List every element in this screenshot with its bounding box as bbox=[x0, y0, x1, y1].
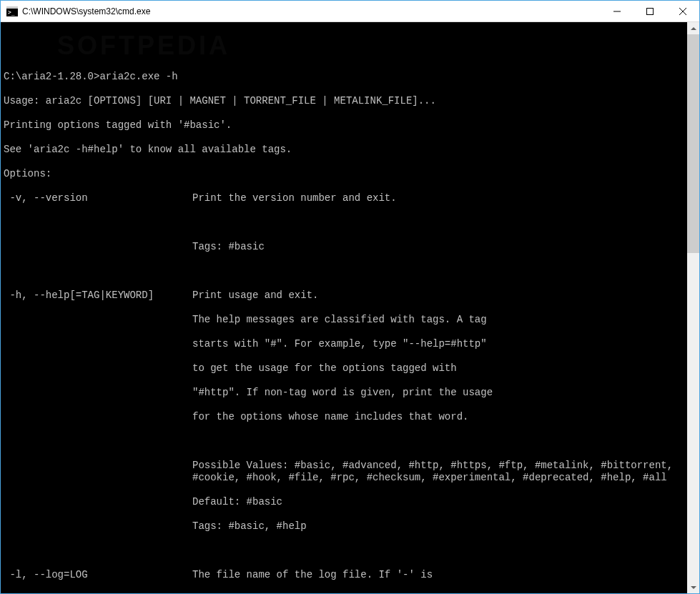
svg-rect-1 bbox=[6, 6, 18, 9]
scroll-down-button[interactable] bbox=[687, 581, 699, 593]
opt-help-pv: Possible Values: #basic, #advanced, #htt… bbox=[4, 460, 687, 484]
svg-marker-7 bbox=[691, 27, 696, 30]
svg-marker-8 bbox=[691, 586, 696, 589]
prompt-command: aria2c.exe -h bbox=[99, 71, 177, 82]
vertical-scrollbar[interactable] bbox=[687, 22, 699, 593]
opt-desc: for the options whose name includes that… bbox=[192, 411, 468, 423]
window-controls bbox=[601, 1, 699, 21]
opt-flag: -h, --help[=TAG|KEYWORD] bbox=[4, 289, 192, 302]
indent bbox=[4, 411, 192, 423]
indent bbox=[4, 338, 192, 350]
scroll-up-button[interactable] bbox=[687, 22, 699, 34]
opt-help-d3: to get the usage for the options tagged … bbox=[4, 362, 687, 375]
indent bbox=[4, 496, 192, 508]
opt-help: -h, --help[=TAG|KEYWORD]Print usage and … bbox=[4, 289, 687, 302]
opt-help-d4: "#http". If non-tag word is given, print… bbox=[4, 387, 687, 399]
opt-help-def: Default: #basic bbox=[4, 496, 687, 508]
usage-line: Usage: aria2c [OPTIONS] [URI | MAGNET | … bbox=[4, 95, 687, 107]
opt-desc: starts with "#". For example, type "--he… bbox=[192, 338, 487, 350]
blank-line bbox=[4, 217, 687, 229]
indent bbox=[4, 387, 192, 399]
scrollbar-thumb[interactable] bbox=[687, 34, 699, 253]
opt-desc: The file name of the log file. If '-' is bbox=[192, 569, 433, 581]
opt-tags: Tags: #basic, #help bbox=[192, 520, 307, 533]
svg-rect-4 bbox=[647, 8, 654, 14]
opt-desc: Print the version number and exit. bbox=[192, 192, 397, 204]
prompt-line: C:\aria2-1.28.0>aria2c.exe -h bbox=[4, 71, 687, 83]
indent bbox=[4, 314, 192, 326]
opt-help-tags: Tags: #basic, #help bbox=[4, 520, 687, 533]
maximize-icon bbox=[646, 8, 654, 15]
blank-line bbox=[4, 265, 687, 277]
indent bbox=[4, 520, 192, 533]
blank-line bbox=[4, 46, 687, 59]
terminal-output[interactable]: SOFTPEDIA C:\aria2-1.28.0>aria2c.exe -h … bbox=[1, 22, 687, 593]
window-title: C:\WINDOWS\system32\cmd.exe bbox=[22, 6, 601, 16]
indent bbox=[4, 241, 192, 253]
close-button[interactable] bbox=[666, 1, 699, 21]
maximize-button[interactable] bbox=[634, 1, 666, 21]
prompt-cwd: C:\aria2-1.28.0> bbox=[4, 71, 99, 82]
cmd-icon: >_ bbox=[6, 6, 18, 16]
opt-help-d2: starts with "#". For example, type "--he… bbox=[4, 338, 687, 350]
opt-pv: Possible Values: #basic, #advanced, #htt… bbox=[192, 460, 687, 484]
titlebar[interactable]: >_ C:\WINDOWS\system32\cmd.exe bbox=[1, 1, 699, 22]
printing-line: Printing options tagged with '#basic'. bbox=[4, 119, 687, 132]
cmd-window: >_ C:\WINDOWS\system32\cmd.exe SOFTPEDIA… bbox=[0, 0, 700, 594]
indent bbox=[4, 362, 192, 375]
opt-version: -v, --versionPrint the version number an… bbox=[4, 192, 687, 204]
opt-help-d1: The help messages are classified with ta… bbox=[4, 314, 687, 326]
minimize-button[interactable] bbox=[601, 1, 634, 21]
indent bbox=[4, 460, 192, 484]
chevron-down-icon bbox=[691, 586, 696, 589]
svg-text:>_: >_ bbox=[8, 9, 15, 16]
opt-log: -l, --log=LOGThe file name of the log fi… bbox=[4, 569, 687, 581]
minimize-icon bbox=[613, 8, 621, 15]
opt-flag: -l, --log=LOG bbox=[4, 569, 192, 581]
close-icon bbox=[679, 8, 686, 15]
opt-desc: to get the usage for the options tagged … bbox=[192, 362, 457, 375]
opt-desc: The help messages are classified with ta… bbox=[192, 314, 487, 326]
see-line: See 'aria2c -h#help' to know all availab… bbox=[4, 144, 687, 156]
opt-version-tags: Tags: #basic bbox=[4, 241, 687, 253]
scrollbar-track[interactable] bbox=[687, 34, 699, 581]
options-label: Options: bbox=[4, 168, 687, 180]
opt-def: Default: #basic bbox=[192, 496, 282, 508]
opt-flag: -v, --version bbox=[4, 192, 192, 204]
blank-line bbox=[4, 545, 687, 557]
opt-desc: Print usage and exit. bbox=[192, 289, 318, 302]
client-area: SOFTPEDIA C:\aria2-1.28.0>aria2c.exe -h … bbox=[1, 22, 699, 593]
chevron-up-icon bbox=[691, 27, 696, 30]
opt-desc: "#http". If non-tag word is given, print… bbox=[192, 387, 493, 399]
blank-line bbox=[4, 435, 687, 447]
opt-help-d5: for the options whose name includes that… bbox=[4, 411, 687, 423]
opt-tags: Tags: #basic bbox=[192, 241, 265, 253]
